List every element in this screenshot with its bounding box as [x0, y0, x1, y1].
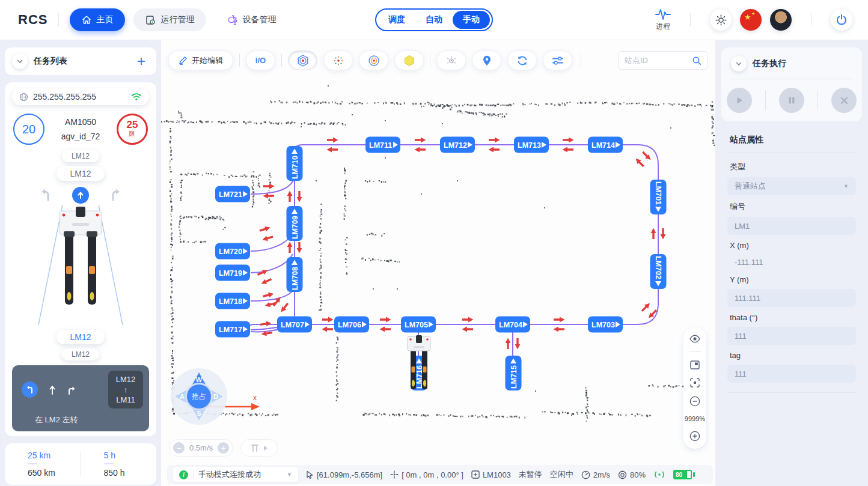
agv-model: AM1050 [61, 115, 100, 129]
io-button[interactable]: I/O [246, 50, 275, 70]
lidar-layer-button[interactable] [436, 50, 466, 70]
battery-indicator: 80 [673, 470, 692, 479]
zoom-in-button[interactable] [689, 431, 700, 442]
station-node-LM714[interactable]: LM714 [588, 137, 623, 153]
y-field: Y (m) 111.111 [726, 269, 857, 307]
svg-text:LM703: LM703 [591, 321, 615, 329]
power-button[interactable] [831, 9, 852, 31]
theme-toggle-button[interactable] [710, 9, 732, 31]
station-pill-a: LM12 [62, 150, 99, 162]
turn-left-button[interactable] [38, 187, 54, 203]
forklift-graphic [60, 207, 102, 305]
svg-text:W: W [196, 376, 203, 383]
station-node-LM712[interactable]: LM712 [440, 137, 475, 153]
nav-devices[interactable]: 设备管理 [215, 8, 288, 31]
station-node-LM719[interactable]: LM719 [215, 265, 250, 281]
station-node-LM708[interactable]: LM708 [287, 257, 303, 292]
station-node-LM717[interactable]: LM717 [215, 321, 250, 338]
station-node-LM702[interactable]: LM702 [650, 254, 667, 289]
search-icon[interactable] [692, 56, 701, 65]
start-edit-label: 开始编辑 [192, 55, 223, 66]
station-node-LM707[interactable]: LM707 [277, 317, 312, 333]
mode-manual[interactable]: 手动 [453, 11, 490, 29]
process-button[interactable]: 进程 [655, 8, 671, 32]
rings-layer-button[interactable] [359, 50, 388, 70]
app-logo: RCS [18, 12, 47, 28]
station-node-LM720[interactable]: LM720 [215, 243, 250, 260]
speed-decrease-button[interactable]: − [173, 442, 185, 454]
location-pin-button[interactable] [472, 50, 501, 70]
station-node-LM703[interactable]: LM703 [588, 317, 623, 333]
gear-icon [227, 14, 237, 25]
station-node-LM701[interactable]: LM701 [650, 180, 667, 214]
minimap-button[interactable] [690, 360, 700, 369]
pause-state: 未暂停 [519, 469, 542, 480]
visibility-button[interactable] [689, 335, 700, 343]
mode-dispatch[interactable]: 调度 [378, 11, 415, 29]
zone-layer-button[interactable] [394, 50, 424, 70]
svg-text:LM702: LM702 [654, 256, 662, 279]
station-node-LM715[interactable]: LM715 [506, 356, 522, 390]
nav-home[interactable]: 主页 [70, 8, 125, 31]
station-node-LM709[interactable]: LM709 [287, 206, 303, 241]
station-node-LM710[interactable]: LM710 [287, 146, 303, 181]
map-view-controls: 9999% [683, 327, 706, 449]
manual-joystick[interactable]: W A S D 抢占 [170, 368, 228, 425]
turn-left-active-icon[interactable] [22, 381, 38, 398]
task-cancel-button[interactable] [831, 88, 857, 113]
task-pause-button[interactable] [779, 88, 804, 113]
theta-input[interactable]: 111 [727, 327, 856, 345]
station-node-LM711[interactable]: LM711 [365, 137, 400, 153]
task-play-button[interactable] [727, 88, 752, 113]
collapse-task-list-button[interactable] [12, 53, 28, 69]
power-icon [836, 14, 848, 26]
add-task-button[interactable]: + [137, 55, 149, 67]
start-edit-button[interactable]: 开始编辑 [168, 50, 233, 70]
tag-input[interactable]: 111 [727, 365, 856, 383]
y-input[interactable]: 111.111 [727, 289, 856, 307]
scatter-layer-button[interactable] [323, 50, 353, 70]
collapse-task-exec-button[interactable] [731, 56, 747, 71]
code-input[interactable]: LM1 [727, 217, 856, 235]
station-node-LM705[interactable]: LM705 [401, 317, 436, 333]
nav-operations[interactable]: 运行管理 [133, 8, 206, 31]
divider [281, 54, 282, 67]
status-message-select[interactable]: i 手动模式连接成功 ▼ [173, 467, 298, 482]
turn-right-button[interactable] [107, 187, 123, 203]
station-search [618, 51, 708, 70]
turn-right-white-icon[interactable] [67, 385, 77, 395]
map-canvas[interactable]: LM711LM712LM713LM714LM710LM721LM701LM709… [161, 40, 715, 486]
user-avatar[interactable] [770, 9, 792, 31]
zoom-out-button[interactable] [689, 396, 700, 407]
speed-increase-button[interactable]: + [218, 442, 229, 454]
station-node-LM718[interactable]: LM718 [215, 293, 250, 309]
station-pill-b: LM12 [57, 166, 104, 181]
agv-visual [12, 205, 149, 330]
station-node-LM713[interactable]: LM713 [514, 137, 549, 153]
station-pill-d: LM12 [62, 348, 99, 360]
station-search-input[interactable] [625, 56, 687, 65]
fork-action-button[interactable] [240, 439, 278, 457]
pencil-icon [179, 56, 188, 65]
type-select[interactable]: 普通站点 ▼ [727, 177, 856, 195]
task-list-title: 任务列表 [34, 56, 67, 67]
straight-icon[interactable] [48, 385, 57, 395]
battery-percent: 80 [673, 472, 682, 478]
robot-pose: [ 0m , 0m , 0.00° ] [390, 470, 463, 479]
language-flag-button[interactable]: ★★ [740, 9, 762, 31]
station-layer-button[interactable] [288, 50, 317, 70]
distance-today: 25 km [28, 451, 81, 460]
center-focus-button[interactable] [690, 378, 700, 387]
status-message: 手动模式连接成功 [198, 469, 282, 480]
mode-auto[interactable]: 自动 [415, 11, 453, 29]
go-forward-button[interactable] [72, 187, 89, 204]
svg-text:LM720: LM720 [219, 248, 242, 256]
home-icon [82, 15, 91, 25]
agv-ip-pill[interactable]: 255.255.255.255 [12, 88, 149, 105]
refresh-button[interactable] [507, 50, 537, 70]
station-node-LM706[interactable]: LM706 [334, 317, 369, 333]
station-node-LM704[interactable]: LM704 [495, 317, 530, 333]
filter-settings-button[interactable] [543, 50, 572, 70]
station-node-LM721[interactable]: LM721 [215, 186, 250, 202]
divider [430, 54, 430, 67]
